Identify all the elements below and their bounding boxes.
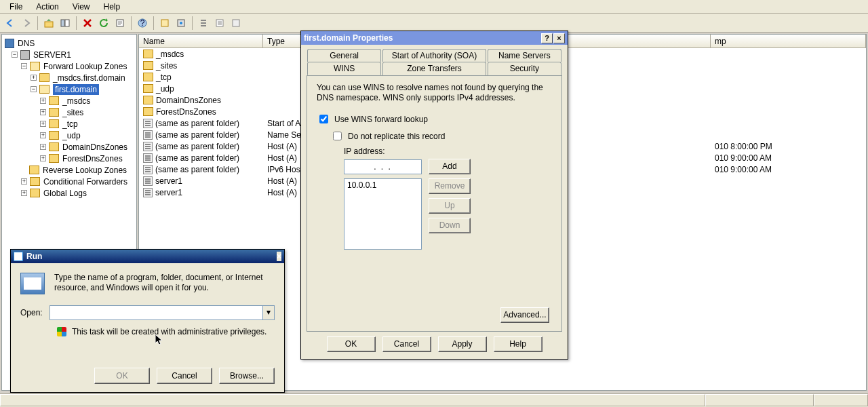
- tab-soa[interactable]: Start of Authority (SOA): [382, 49, 486, 62]
- tree-flz[interactable]: −Forward Lookup Zones: [3, 60, 135, 72]
- run-open-combobox[interactable]: ▾: [50, 305, 275, 320]
- delete-icon[interactable]: [80, 16, 95, 31]
- row-timestamp: 010 9:00:00 AM: [711, 153, 866, 163]
- help-button[interactable]: Help: [494, 336, 542, 352]
- expand-icon[interactable]: +: [40, 109, 46, 115]
- run-cancel-button[interactable]: Cancel: [157, 368, 212, 384]
- refresh-icon[interactable]: [96, 16, 111, 31]
- expand-icon[interactable]: +: [31, 75, 37, 81]
- row-name: server1: [155, 176, 182, 186]
- tree-sub-sites[interactable]: +_sites: [3, 106, 135, 118]
- up-icon[interactable]: [41, 16, 56, 31]
- run-titlebar[interactable]: Run ×: [11, 250, 284, 263]
- row-name: (same as parent folder): [155, 130, 239, 140]
- row-name: _udp: [156, 84, 174, 94]
- tree-server[interactable]: −SERVER1: [3, 49, 135, 60]
- tree-cf[interactable]: +Conditional Forwarders: [3, 176, 135, 187]
- tree-label: _tcp: [62, 119, 78, 129]
- tree-sub-fdz[interactable]: +ForestDnsZones: [3, 153, 135, 164]
- back-icon[interactable]: [3, 16, 18, 31]
- run-title-text: Run: [26, 252, 42, 261]
- folder-icon: [49, 108, 59, 117]
- list3-icon[interactable]: [229, 16, 243, 31]
- action2-icon[interactable]: [174, 16, 189, 31]
- expand-icon[interactable]: +: [40, 155, 46, 161]
- tab-zone-transfers[interactable]: Zone Transfers: [382, 62, 486, 75]
- tree-gl[interactable]: +Global Logs: [3, 187, 135, 199]
- col-name[interactable]: Name: [139, 35, 263, 47]
- action1-icon[interactable]: [157, 16, 172, 31]
- use-wins-checkbox[interactable]: [319, 115, 328, 123]
- tab-general[interactable]: General: [307, 49, 381, 62]
- export-icon[interactable]: [113, 16, 127, 31]
- ip-address-input[interactable]: . . .: [344, 159, 422, 174]
- tree-sub-tcp[interactable]: +_tcp: [3, 118, 135, 130]
- up-button[interactable]: Up: [429, 198, 471, 214]
- apply-button[interactable]: Apply: [438, 336, 487, 352]
- expand-icon[interactable]: +: [40, 121, 46, 127]
- ok-button[interactable]: OK: [327, 336, 376, 352]
- help-button[interactable]: ?: [541, 33, 553, 43]
- expand-icon[interactable]: +: [21, 178, 27, 185]
- expand-icon[interactable]: +: [21, 190, 27, 196]
- menu-action[interactable]: Action: [29, 1, 65, 13]
- help-icon[interactable]: ?: [135, 16, 150, 31]
- no-replicate-checkbox[interactable]: [333, 132, 342, 140]
- tree-zone-msdcs[interactable]: +_msdcs.first.domain: [3, 72, 135, 83]
- tree-rlz[interactable]: Reverse Lookup Zones: [3, 164, 135, 176]
- tree-label: _sites: [62, 108, 83, 117]
- tree-zone-firstdomain[interactable]: −first.domain: [3, 83, 135, 95]
- expand-icon[interactable]: +: [40, 144, 46, 150]
- menu-view[interactable]: View: [66, 1, 97, 13]
- collapse-icon[interactable]: −: [31, 86, 37, 92]
- add-button[interactable]: Add: [429, 159, 471, 174]
- expand-icon[interactable]: +: [40, 98, 46, 104]
- run-open-label: Open:: [20, 308, 43, 317]
- row-name: (same as parent folder): [155, 165, 239, 174]
- tab-ns[interactable]: Name Servers: [488, 49, 561, 62]
- tree-server-label: SERVER1: [33, 50, 71, 60]
- folder-icon: [49, 131, 59, 140]
- down-button[interactable]: Down: [429, 218, 471, 233]
- no-replicate-label: Do not replicate this record: [348, 132, 445, 141]
- menu-help[interactable]: Help: [97, 1, 127, 13]
- run-dialog: Run × Type the name of a program, folder…: [10, 249, 285, 393]
- menu-file[interactable]: File: [3, 1, 29, 13]
- show-hide-icon[interactable]: [58, 16, 73, 31]
- collapse-icon[interactable]: −: [21, 63, 27, 69]
- ip-address-label: IP address:: [344, 147, 552, 156]
- dropdown-icon[interactable]: ▾: [262, 306, 274, 319]
- tab-security[interactable]: Security: [488, 62, 561, 75]
- folder-icon: [30, 177, 40, 186]
- remove-button[interactable]: Remove: [429, 178, 471, 194]
- wins-server-entry[interactable]: 10.0.0.1: [347, 180, 418, 190]
- use-wins-label: Use WINS forward lookup: [334, 115, 428, 124]
- svg-rect-0: [45, 22, 53, 27]
- tree-sub-udp[interactable]: +_udp: [3, 130, 135, 141]
- close-button[interactable]: ×: [277, 252, 281, 261]
- tree-sub-ddz[interactable]: +DomainDnsZones: [3, 141, 135, 153]
- properties-titlebar[interactable]: first.domain Properties ? ×: [301, 31, 568, 45]
- forward-icon[interactable]: [19, 16, 34, 31]
- wins-server-list[interactable]: 10.0.0.1: [344, 178, 422, 250]
- tree-label: Reverse Lookup Zones: [43, 166, 127, 175]
- list1-icon[interactable]: [196, 16, 211, 31]
- col-ts[interactable]: mp: [711, 35, 866, 47]
- row-name: DomainDnsZones: [156, 96, 221, 105]
- close-button[interactable]: ×: [553, 33, 565, 43]
- tree-label: Conditional Forwarders: [43, 177, 127, 187]
- collapse-icon[interactable]: −: [12, 52, 18, 58]
- tree-root-dns[interactable]: DNS: [3, 37, 135, 49]
- run-ok-button[interactable]: OK: [94, 368, 150, 384]
- statusbar: [0, 393, 868, 407]
- tree-sub-msdcs[interactable]: +_msdcs: [3, 95, 135, 106]
- row-timestamp: 010 8:00:00 PM: [711, 142, 866, 151]
- run-browse-button[interactable]: Browse...: [219, 368, 275, 384]
- svg-rect-1: [61, 20, 64, 26]
- advanced-button[interactable]: Advanced...: [500, 307, 549, 323]
- svg-text:?: ?: [140, 18, 145, 28]
- tab-wins[interactable]: WINS: [307, 62, 381, 75]
- cancel-button[interactable]: Cancel: [382, 336, 431, 352]
- list2-icon[interactable]: [212, 16, 227, 31]
- expand-icon[interactable]: +: [40, 132, 46, 138]
